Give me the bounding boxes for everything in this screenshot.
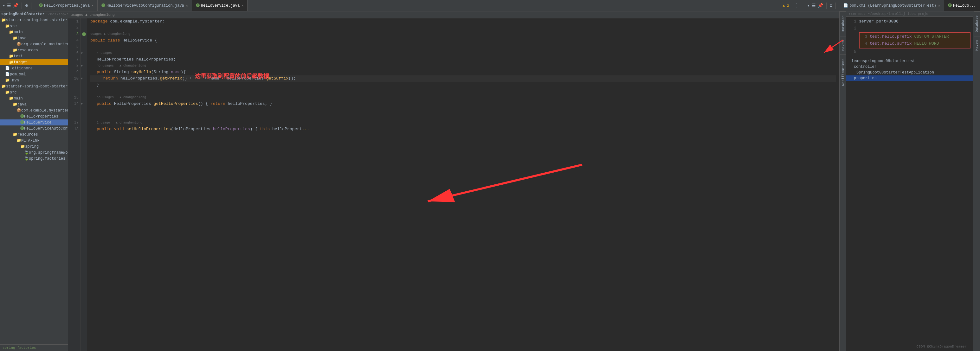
line-num-5: 5 [70,44,79,50]
fold-icon4[interactable]: ▼ [81,102,83,106]
tab-helloservice[interactable]: 🅒 HelloService.java ✕ [192,0,248,11]
more-options-icon[interactable]: ⋮ [791,2,802,9]
sidebar-item-java1[interactable]: 📁 java [0,35,68,41]
sidebar-item-spring-factories[interactable]: 🍃 spring.factories [0,156,68,162]
tab-pomxml-label: pom.xml (LearnSpringBoot08starterTest) [850,3,936,8]
prop-empty-5 [859,48,861,56]
separator3 [803,3,803,9]
sidebar-item-mvn[interactable]: 📁 .mvn [0,77,68,83]
structure-icon[interactable]: ☰ [7,3,11,8]
prop-suffix-val: HELLO WORD [914,40,939,47]
folder-icon: 📁 [9,30,14,35]
code-lines[interactable]: package com.example.mystarter; usages ▲ … [87,18,839,351]
java-file-icon: 🅒 [20,126,24,131]
tab-database[interactable]: Database [840,11,846,36]
properties-editor[interactable]: 1 server.port=8086 2 3 test.hello.prefix… [846,17,973,57]
code-line-10-meta: no usages ▲ changbenlong [90,94,836,101]
code-line-12 [90,113,836,120]
settings-icon[interactable]: ⚙ [25,3,27,8]
sidebar-item-metainf[interactable]: 📁 META-INF [0,138,68,143]
sidebar-item-label: HelloProperties [24,114,58,119]
sidebar-item-starter-auto[interactable]: 📁 starter-spring-boot-starter-autoc... [0,83,68,89]
editor-left: usages ▲ changbenlong 1 2 3 4 5 6 7 8 9 … [68,11,839,351]
line-num-6: 6 [70,50,79,56]
tab-maven[interactable]: Maven [840,36,846,54]
java-file-icon: 🅒 [20,120,24,125]
sidebar-item-main2[interactable]: 📁 main [0,95,68,102]
tab-helloservice-close[interactable]: ✕ [242,4,243,8]
tab-helloserviceautoconfiguration[interactable]: 🅒 HelloServiceAutoConfiguration.java ✕ [98,0,192,11]
sidebar-item-gitignore[interactable]: 📄 .gitignore [0,65,68,71]
sidebar-item-main1[interactable]: 📁 main [0,29,68,35]
right-item-controller[interactable]: controller [846,64,973,70]
sidebar-project-root[interactable]: springBoot08starter ~/Desktop/int [0,11,68,17]
sidebar-item-org-springframework[interactable]: 🍃 org.springframework... [0,149,68,156]
sidebar-root-path: ~/Desktop/int [46,12,68,16]
line-num-11 [70,82,79,88]
folder-icon: 📁 [16,138,21,143]
sidebar-item-src1[interactable]: 📁 src [0,23,68,29]
sidebar-item-label: src [10,90,17,95]
tab-helloproperties-close[interactable]: ✕ [92,4,94,8]
sidebar-item-com-example[interactable]: 📦 com.example.mystarter [0,107,68,113]
sidebar-item-starter-spring[interactable]: 📁 starter-spring-boot-starter [0,17,68,23]
tab-helloco-label: HelloCo... [953,3,976,8]
code-line-4 [90,44,836,50]
sidebar-item-spring-folder[interactable]: 📁 spring [0,143,68,149]
pin-icon[interactable]: 📌 [13,3,18,8]
right-sidebar-section: learnspringboot08startertest controller … [846,57,973,83]
fold-icon2[interactable]: ▼ [81,64,83,68]
folder-icon: 📁 [1,84,6,89]
tab-notifications[interactable]: Notifications [840,54,846,90]
right-settings-icon[interactable]: ⚙ [830,3,832,8]
folder-icon: 📁 [1,18,6,22]
sidebar-item-target[interactable]: 📁 target [0,59,68,65]
tab-maven-right[interactable]: Maven [974,36,980,54]
sidebar-item-java2[interactable]: 📁 java [0,102,68,107]
folder-icon: 📁 [13,36,18,41]
sidebar-item-helloservice-file[interactable]: 🅒 HelloService [0,119,68,125]
prop-prefix-eq: = [912,33,915,40]
tab-helloco[interactable]: 🅒 HelloCo... [944,0,980,11]
sidebar-item-pomxml[interactable]: 📄 pom.xml [0,71,68,77]
sidebar-item-helloserviceautoconfig[interactable]: 🅒 HelloServiceAutoConfigu... [0,125,68,132]
separator4 [826,3,827,9]
sidebar-item-test1[interactable]: 📁 test [0,53,68,59]
folder-icon: 📁 [13,132,18,137]
sidebar-item-helloproperties-file[interactable]: 🅒 HelloProperties [0,113,68,119]
fold-icon3[interactable]: ▼ [81,77,83,81]
right-item-learnspring[interactable]: learnspringboot08startertest [846,58,973,64]
tab-pomxml[interactable]: 📄 pom.xml (LearnSpringBoot08starterTest)… [840,0,944,11]
tab-database-right[interactable]: Database [974,11,980,36]
prop-linenum-5: 5 [849,48,856,56]
sidebar-item-resources1[interactable]: 📁 resources [0,47,68,53]
prop-empty-2 [859,25,861,32]
sidebar-item-package1[interactable]: 📦 org.example.mystarter [0,41,68,47]
tab-helloserviceautoconfiguration-close[interactable]: ✕ [186,4,188,8]
chevron-down-icon[interactable]: ▾ [3,3,5,8]
sidebar-item-label: pom.xml [10,72,25,77]
tab-helloserviceautoconfiguration-icon: 🅒 [102,3,105,8]
code-line-18 [90,151,836,158]
main-area: springBoot08starter ~/Desktop/int 📁 star… [0,11,980,351]
fold-icon[interactable]: ▼ [81,52,83,55]
right-pin-icon[interactable]: 📌 [818,3,823,8]
code-line-16 [90,139,836,145]
right-structure-icon[interactable]: ☰ [812,3,816,8]
tab-pomxml-close[interactable]: ✕ [938,4,940,8]
right-item-springboot08[interactable]: SpringBoot08starterTestApplication [846,70,973,75]
prop-linenum-2: 2 [849,25,856,32]
sidebar-item-resources2[interactable]: 📁 resources [0,132,68,138]
right-tabs: 📄 pom.xml (LearnSpringBoot08starterTest)… [840,0,980,11]
sidebar-item-src2[interactable]: 📁 src [0,89,68,95]
line-num-7: 7 [70,56,79,63]
code-line-13-meta: 1 usage ▲ changbenlong [90,120,836,126]
tab-pomxml-icon: 📄 [843,3,848,8]
code-line-11 [90,107,836,113]
tab-helloproperties[interactable]: 🅒 HelloProperties.java ✕ [35,0,98,11]
sidebar-item-label: spring.factories [29,157,65,161]
right-item-properties-selected[interactable]: properties [846,75,973,81]
right-chevron-icon[interactable]: ▾ [807,3,810,8]
code-line-5: HelloProperties helloProperties; [90,56,836,63]
prop-linenum-1: 1 [849,18,856,25]
